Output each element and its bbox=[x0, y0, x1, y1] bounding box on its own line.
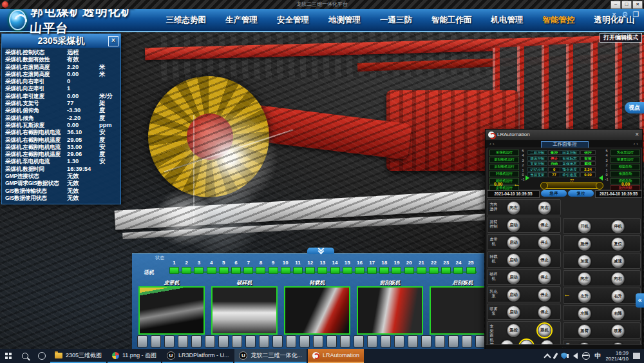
camera-thumbnail[interactable]: 皮带机 bbox=[138, 279, 205, 335]
control-button[interactable]: 停止 bbox=[538, 288, 551, 302]
film-thumb[interactable] bbox=[340, 335, 350, 348]
control-button[interactable]: 右降 bbox=[611, 307, 625, 320]
automation-title-bar[interactable]: LRAutomation × bbox=[486, 130, 642, 141]
camera-thumbnail[interactable]: 前刮板机 bbox=[357, 279, 423, 335]
notification-center-icon[interactable] bbox=[633, 353, 640, 359]
film-thumb[interactable] bbox=[164, 335, 175, 348]
camera-thumbnail[interactable]: 转载机 bbox=[284, 279, 350, 335]
maximize-button[interactable]: □ bbox=[621, 1, 632, 9]
film-thumb[interactable] bbox=[475, 335, 484, 348]
reset-pill-button[interactable]: 复位 bbox=[568, 190, 594, 197]
open-edit-mode-button[interactable]: 打开编辑模式 bbox=[600, 33, 642, 43]
film-thumb[interactable] bbox=[245, 335, 256, 348]
film-thumb[interactable] bbox=[408, 335, 418, 348]
film-thumb[interactable] bbox=[151, 335, 161, 348]
control-button[interactable]: 遥控 bbox=[507, 324, 520, 337]
film-thumb[interactable] bbox=[435, 335, 445, 348]
pen-icon[interactable] bbox=[553, 353, 558, 359]
nav-item[interactable]: 一通三防 bbox=[380, 15, 412, 26]
panel-close-icon[interactable]: × bbox=[108, 36, 118, 46]
control-button[interactable]: 左降 bbox=[578, 307, 591, 320]
control-button[interactable]: 摇臂 bbox=[578, 324, 591, 338]
film-thumb[interactable] bbox=[205, 335, 215, 348]
nav-item[interactable]: 机电管理 bbox=[491, 15, 524, 26]
control-button[interactable]: 启动 bbox=[507, 253, 520, 267]
taskbar-app[interactable]: LR3DPlatform - U... bbox=[162, 349, 234, 363]
control-button[interactable]: 启动 bbox=[507, 306, 520, 319]
film-thumb[interactable] bbox=[421, 335, 431, 348]
film-thumb[interactable] bbox=[462, 335, 472, 348]
film-thumb[interactable] bbox=[313, 335, 323, 348]
settings-gear-icon[interactable]: ⚙ bbox=[621, 10, 629, 19]
control-button[interactable]: 停止 bbox=[538, 306, 551, 319]
start-button[interactable] bbox=[0, 349, 17, 363]
film-thumb[interactable] bbox=[232, 335, 242, 348]
ime-indicator[interactable]: 中 bbox=[594, 351, 601, 360]
film-thumb[interactable] bbox=[299, 335, 310, 348]
collapse-down-tab[interactable] bbox=[307, 248, 334, 254]
tools-icon[interactable]: × bbox=[610, 10, 618, 19]
network-icon[interactable] bbox=[582, 352, 590, 360]
tab-scroll-right-icon[interactable]: ‹ › bbox=[633, 141, 638, 147]
control-button[interactable]: 左升 bbox=[578, 289, 591, 303]
film-thumb[interactable] bbox=[327, 335, 337, 348]
restore-icon[interactable]: ❐ bbox=[632, 10, 640, 19]
control-button[interactable]: 向右 bbox=[611, 272, 625, 286]
tab-scroll-left-icon[interactable]: ‹ › bbox=[489, 141, 495, 147]
cortana-button[interactable] bbox=[33, 349, 50, 363]
control-button[interactable]: 停止 bbox=[538, 236, 551, 250]
film-thumb[interactable] bbox=[272, 335, 283, 348]
film-thumb[interactable] bbox=[218, 335, 229, 348]
control-button[interactable]: 启动 bbox=[507, 219, 520, 232]
film-thumb[interactable] bbox=[191, 335, 202, 348]
camera-thumbnail[interactable]: 破碎机 bbox=[211, 279, 278, 335]
tray-expand-icon[interactable] bbox=[544, 353, 551, 360]
nav-item[interactable]: 智能管控 bbox=[543, 15, 575, 26]
control-button[interactable]: 启动 bbox=[507, 236, 520, 250]
film-thumb[interactable] bbox=[354, 335, 364, 348]
taskbar-app[interactable]: LRAutomation bbox=[308, 349, 364, 363]
minimize-button[interactable]: – bbox=[611, 1, 621, 9]
control-button[interactable]: 向右 bbox=[538, 201, 551, 215]
taskbar-app[interactable]: 11.png - 画图 bbox=[108, 349, 161, 363]
volume-icon[interactable] bbox=[573, 353, 578, 359]
film-thumb[interactable] bbox=[178, 335, 188, 348]
control-button[interactable]: 向左 bbox=[507, 201, 520, 215]
film-thumb[interactable] bbox=[259, 335, 269, 348]
control-button[interactable]: 右升 bbox=[611, 289, 625, 303]
automation-close-icon[interactable]: × bbox=[635, 131, 639, 138]
control-button[interactable]: 停机 bbox=[611, 220, 625, 233]
security-shield-icon[interactable] bbox=[561, 353, 567, 359]
control-button[interactable]: 停止 bbox=[538, 271, 551, 284]
control-button[interactable]: 启动 bbox=[507, 288, 520, 302]
collapse-right-tab[interactable]: « bbox=[636, 293, 644, 308]
nav-item[interactable]: 生产管理 bbox=[225, 15, 258, 26]
nav-item[interactable]: 安全管理 bbox=[277, 15, 309, 26]
camera-thumbnail[interactable]: 后刮板机 bbox=[430, 279, 484, 335]
control-button-selected[interactable]: 跟机 bbox=[538, 324, 551, 337]
film-thumb[interactable] bbox=[394, 335, 404, 348]
control-button[interactable]: 复位 bbox=[611, 237, 625, 251]
control-button[interactable]: 喷雾 bbox=[611, 324, 625, 338]
nav-item[interactable]: 三维态势图 bbox=[166, 15, 207, 26]
control-button[interactable]: 停止 bbox=[538, 253, 551, 267]
close-button[interactable]: × bbox=[632, 1, 643, 9]
taskbar-app[interactable]: 龙软二三维一体化... bbox=[234, 349, 307, 363]
search-button[interactable] bbox=[17, 349, 33, 363]
nav-item[interactable]: 地测管理 bbox=[328, 15, 361, 26]
film-thumb[interactable] bbox=[381, 335, 391, 348]
film-thumb[interactable] bbox=[448, 335, 459, 348]
film-thumb[interactable] bbox=[286, 335, 296, 348]
film-thumb[interactable] bbox=[137, 335, 147, 348]
nav-item[interactable]: 智能工作面 bbox=[431, 15, 472, 26]
control-button[interactable]: 减速 bbox=[611, 255, 625, 268]
film-thumb[interactable] bbox=[367, 335, 377, 348]
control-button[interactable]: 开机 bbox=[578, 220, 591, 233]
control-button[interactable]: 启动 bbox=[507, 271, 520, 284]
control-button[interactable]: 停止 bbox=[538, 219, 551, 232]
taskbar-app[interactable]: 2305三维截图 bbox=[50, 349, 106, 363]
control-button[interactable]: 急停 bbox=[578, 237, 591, 251]
control-button[interactable]: 加速 bbox=[578, 255, 591, 268]
viewpoint-tab[interactable]: 视点 bbox=[625, 102, 644, 113]
estop-pill-button[interactable]: 急停 bbox=[541, 190, 567, 197]
